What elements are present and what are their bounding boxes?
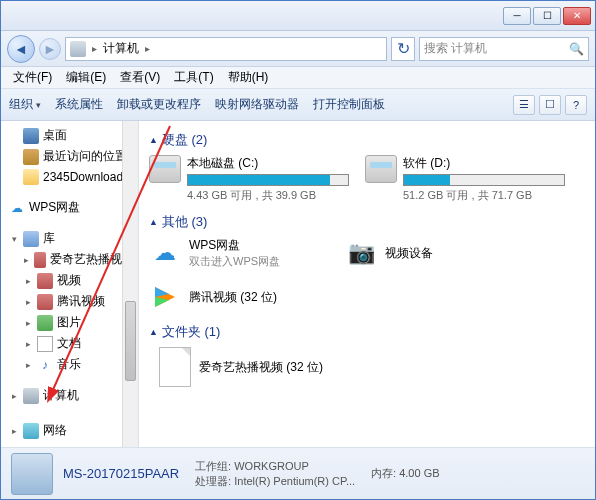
section-other[interactable]: ▲其他 (3) [149, 213, 585, 231]
sidebar-item-downloads[interactable]: 2345Downloads [1, 167, 138, 187]
toolbar-control-panel[interactable]: 打开控制面板 [313, 96, 385, 113]
sidebar-item-desktop[interactable]: 桌面 [1, 125, 138, 146]
sidebar-item-pictures[interactable]: ▸图片 [1, 312, 138, 333]
sidebar-item-tencent[interactable]: ▸腾讯视频 [1, 291, 138, 312]
chevron-icon: ▸ [145, 43, 150, 54]
recent-icon [23, 149, 39, 165]
expand-icon[interactable]: ▸ [23, 360, 33, 370]
preview-pane-button[interactable]: ☐ [539, 95, 561, 115]
sidebar-label: WPS网盘 [29, 199, 80, 216]
drive-name: 本地磁盘 (C:) [187, 155, 349, 172]
menu-view[interactable]: 查看(V) [114, 67, 166, 88]
section-folders[interactable]: ▲文件夹 (1) [149, 323, 585, 341]
toolbar-map-drive[interactable]: 映射网络驱动器 [215, 96, 299, 113]
sidebar-item-network[interactable]: ▸网络 [1, 420, 138, 441]
menu-edit[interactable]: 编辑(E) [60, 67, 112, 88]
sidebar-label: 视频 [57, 272, 81, 289]
status-computer-name: MS-20170215PAAR [63, 466, 179, 481]
expand-icon[interactable]: ▸ [23, 255, 30, 265]
sidebar-item-library[interactable]: ▾库 [1, 228, 138, 249]
item-sub: 双击进入WPS网盘 [189, 254, 280, 269]
drive-icon [149, 155, 181, 183]
sidebar-label: 最近访问的位置 [43, 148, 127, 165]
sidebar-item-documents[interactable]: ▸文档 [1, 333, 138, 354]
toolbar-organize[interactable]: 组织 [9, 96, 41, 113]
sidebar-label: 2345Downloads [43, 170, 129, 184]
section-hard-drives[interactable]: ▲硬盘 (2) [149, 131, 585, 149]
computer-large-icon [11, 453, 53, 495]
breadcrumb[interactable]: ▸ 计算机 ▸ [65, 37, 387, 61]
expand-icon[interactable]: ▸ [23, 276, 33, 286]
video-icon [34, 252, 46, 268]
folder-icon [23, 169, 39, 185]
drive-icon [365, 155, 397, 183]
computer-icon [70, 41, 86, 57]
sidebar-item-recent[interactable]: 最近访问的位置 [1, 146, 138, 167]
drive-d[interactable]: 软件 (D:) 51.2 GB 可用 , 共 71.7 GB [365, 155, 565, 203]
content-pane: ▲硬盘 (2) 本地磁盘 (C:) 4.43 GB 可用 , 共 39.9 GB… [139, 121, 595, 447]
search-input[interactable]: 搜索 计算机 🔍 [419, 37, 589, 61]
sidebar-label: 文档 [57, 335, 81, 352]
sidebar-label: 音乐 [57, 356, 81, 373]
video-icon [37, 294, 53, 310]
expand-icon[interactable]: ▸ [23, 297, 33, 307]
folder-name: 爱奇艺热播视频 (32 位) [199, 359, 323, 376]
triangle-icon: ▲ [149, 135, 158, 145]
sidebar-item-computer[interactable]: ▸计算机 [1, 385, 138, 406]
toolbar-uninstall[interactable]: 卸载或更改程序 [117, 96, 201, 113]
maximize-button[interactable]: ☐ [533, 7, 561, 25]
sidebar-scrollbar[interactable] [122, 121, 138, 447]
item-name: 腾讯视频 (32 位) [189, 289, 277, 306]
desktop-icon [23, 128, 39, 144]
menu-help[interactable]: 帮助(H) [222, 67, 275, 88]
help-button[interactable]: ? [565, 95, 587, 115]
library-icon [23, 231, 39, 247]
sidebar-label: 图片 [57, 314, 81, 331]
drive-c[interactable]: 本地磁盘 (C:) 4.43 GB 可用 , 共 39.9 GB [149, 155, 349, 203]
refresh-button[interactable]: ↻ [391, 37, 415, 61]
toolbar: 组织 系统属性 卸载或更改程序 映射网络驱动器 打开控制面板 ☰ ☐ ? [1, 89, 595, 121]
camera-icon: 📷 [345, 237, 377, 269]
item-video-device[interactable]: 📷 视频设备 [345, 237, 525, 269]
nav-back-button[interactable]: ◄ [7, 35, 35, 63]
expand-icon[interactable]: ▸ [23, 339, 33, 349]
music-icon: ♪ [37, 357, 53, 373]
sidebar-item-aiqiyi[interactable]: ▸爱奇艺热播视频 [1, 249, 138, 270]
folder-aiqiyi[interactable]: 爱奇艺热播视频 (32 位) [159, 347, 585, 387]
item-wps[interactable]: ☁ WPS网盘双击进入WPS网盘 [149, 237, 329, 269]
expand-icon[interactable]: ▾ [9, 234, 19, 244]
titlebar: ─ ☐ ✕ [1, 1, 595, 31]
drive-free-text: 51.2 GB 可用 , 共 71.7 GB [403, 188, 565, 203]
breadcrumb-computer[interactable]: 计算机 [103, 40, 139, 57]
network-icon [23, 423, 39, 439]
sidebar-item-video[interactable]: ▸视频 [1, 270, 138, 291]
status-mem-label: 内存: [371, 467, 396, 479]
item-tencent-video[interactable]: 腾讯视频 (32 位) [149, 281, 329, 313]
sidebar-label: 桌面 [43, 127, 67, 144]
minimize-button[interactable]: ─ [503, 7, 531, 25]
sidebar-item-wps[interactable]: ☁WPS网盘 [1, 197, 138, 218]
drive-name: 软件 (D:) [403, 155, 565, 172]
drive-usage-bar [403, 174, 565, 186]
computer-icon [23, 388, 39, 404]
status-cpu-label: 处理器: [195, 475, 231, 487]
scrollbar-thumb[interactable] [125, 301, 136, 381]
menu-tools[interactable]: 工具(T) [168, 67, 219, 88]
status-bar: MS-20170215PAAR 工作组: WORKGROUP 处理器: Inte… [1, 447, 595, 499]
triangle-icon: ▲ [149, 217, 158, 227]
nav-forward-button[interactable]: ► [39, 38, 61, 60]
expand-icon[interactable]: ▸ [23, 318, 33, 328]
sidebar-item-music[interactable]: ▸♪音乐 [1, 354, 138, 375]
search-placeholder: 搜索 计算机 [424, 40, 487, 57]
status-mem: 4.00 GB [399, 467, 439, 479]
expand-icon[interactable]: ▸ [9, 391, 19, 401]
expand-icon[interactable]: ▸ [9, 426, 19, 436]
status-workgroup: WORKGROUP [234, 460, 309, 472]
drive-usage-bar [187, 174, 349, 186]
toolbar-system-properties[interactable]: 系统属性 [55, 96, 103, 113]
close-button[interactable]: ✕ [563, 7, 591, 25]
video-icon [37, 273, 53, 289]
menu-file[interactable]: 文件(F) [7, 67, 58, 88]
view-mode-button[interactable]: ☰ [513, 95, 535, 115]
section-label: 其他 (3) [162, 213, 208, 231]
